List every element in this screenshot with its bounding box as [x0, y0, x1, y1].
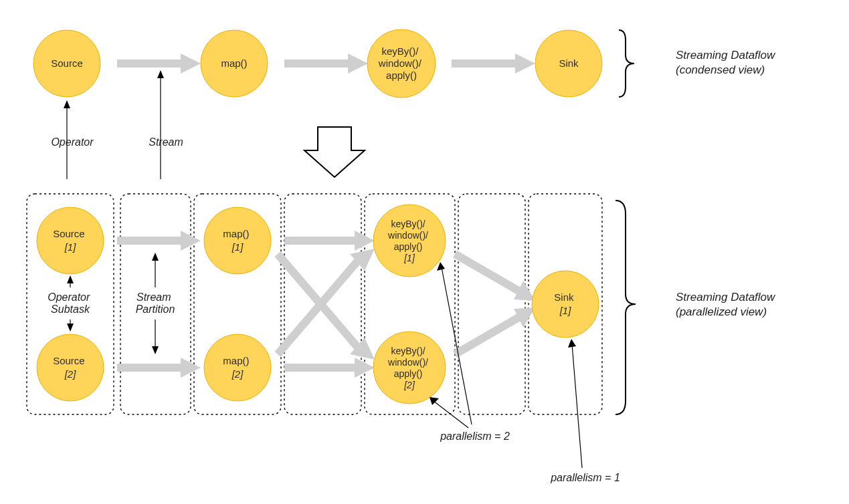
svg-marker-5 [437, 262, 445, 271]
expand-arrow-icon [304, 127, 365, 177]
flow-arrow-head [181, 53, 201, 74]
label-stream: Stream [149, 136, 183, 148]
label-parallelism-2: parallelism = 2 [440, 430, 510, 442]
node-map-2 [204, 334, 271, 401]
svg-marker-1 [67, 324, 74, 332]
flow-arrow [278, 261, 358, 354]
flow-arrow [278, 254, 358, 348]
node-keyby-1 [373, 205, 446, 277]
svg-marker-6 [568, 339, 576, 348]
node-source-2 [37, 334, 104, 401]
annotation-arrow-parallelism1 [572, 344, 582, 468]
brace-bottom [616, 201, 636, 414]
svg-marker-2 [152, 253, 159, 261]
node-map-1 [204, 207, 271, 274]
svg-marker-0 [67, 275, 74, 283]
node-sink-label: Sink [559, 57, 579, 69]
label-stream-partition: Stream Partition [136, 291, 175, 315]
label-operator-subtask: Operator Subtask [48, 291, 93, 315]
label-condensed: Streaming Dataflow (condensed view) [676, 49, 778, 76]
label-operator-text: Operator [51, 136, 94, 148]
flow-arrow [455, 254, 518, 291]
annotation-arrow-head [64, 100, 70, 108]
node-source-label: Source [51, 57, 83, 69]
node-source-1 [37, 207, 104, 274]
dataflow-diagram: Source map() keyBy()/ window()/ apply() … [0, 0, 849, 504]
brace-top [619, 30, 634, 97]
annotation-arrow-head [157, 70, 164, 78]
label-parallel: Streaming Dataflow (parallelized view) [676, 291, 778, 318]
node-map-label: map() [221, 57, 247, 69]
flow-arrow-head [348, 53, 368, 74]
annotation-arrow-parallelism2 [434, 401, 468, 428]
flow-arrow-head [515, 53, 535, 74]
node-keyby-2 [373, 332, 446, 404]
svg-marker-3 [152, 346, 159, 354]
partition-box-stream3 [458, 194, 525, 414]
node-sink-1 [532, 271, 599, 338]
label-parallelism-1: parallelism = 1 [550, 472, 620, 483]
flow-arrow [455, 318, 518, 354]
